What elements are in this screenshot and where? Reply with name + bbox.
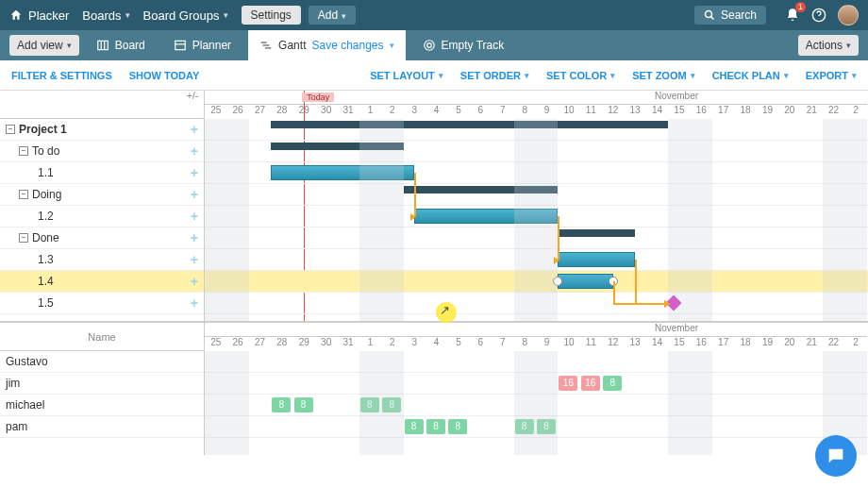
set-color-button[interactable]: SET COLOR ▾ — [546, 70, 615, 81]
collapse-toggle[interactable]: − — [19, 146, 28, 156]
allocation-chip[interactable]: 8 — [426, 419, 445, 434]
summary-bar[interactable] — [558, 229, 635, 237]
allocation-chip[interactable]: 8 — [448, 419, 467, 434]
search-button[interactable]: Search — [694, 6, 766, 25]
summary-bar[interactable] — [271, 121, 668, 128]
chevron-down-icon: ▾ — [610, 71, 615, 80]
day-cell: 9 — [536, 104, 558, 119]
weekend-shade — [359, 351, 404, 455]
save-changes-link[interactable]: Save changes — [311, 39, 383, 52]
add-task-icon[interactable]: + — [191, 143, 198, 159]
task-bar[interactable] — [558, 274, 613, 289]
add-task-icon[interactable]: + — [191, 274, 198, 289]
month-label: November — [582, 323, 771, 336]
add-task-icon[interactable]: + — [191, 187, 198, 202]
help-button[interactable] — [811, 8, 826, 23]
day-cell: 11 — [580, 104, 602, 119]
day-cell: 2 — [381, 104, 403, 119]
task-bar[interactable] — [558, 252, 635, 267]
day-cell: 6 — [470, 336, 492, 351]
nav-board-groups[interactable]: Board Groups▾ — [143, 8, 228, 23]
add-task-icon[interactable]: + — [191, 122, 198, 137]
export-button[interactable]: EXPORT ▾ — [806, 70, 857, 81]
resource-name: pam — [6, 420, 198, 433]
chevron-down-icon: ▾ — [784, 71, 789, 80]
collapse-toggle[interactable]: − — [6, 125, 15, 134]
tab-empty-track[interactable]: Empty Track — [411, 30, 516, 60]
chevron-down-icon: ▾ — [224, 10, 228, 20]
task-row[interactable]: −Doing+ — [0, 184, 204, 206]
day-cell: 26 — [226, 336, 248, 351]
chevron-down-icon: ▾ — [342, 11, 346, 21]
day-cell: 6 — [470, 104, 492, 119]
day-cell: 3 — [404, 336, 426, 351]
tab-planner[interactable]: Planner — [162, 30, 242, 60]
collapse-toggle[interactable]: − — [19, 233, 28, 243]
gantt-timeline[interactable]: November 2526272829303112345678910111213… — [205, 91, 868, 321]
filter-settings-button[interactable]: FILTER & SETTINGS — [11, 70, 112, 81]
settings-button[interactable]: Settings — [242, 6, 301, 25]
planner-icon — [174, 39, 187, 52]
chevron-down-icon: ▾ — [67, 41, 72, 50]
user-avatar[interactable] — [838, 5, 859, 25]
add-task-icon[interactable]: + — [191, 230, 198, 245]
allocation-chip[interactable]: 8 — [405, 419, 424, 434]
day-cell: 12 — [602, 336, 624, 351]
day-cell: 16 — [691, 336, 712, 351]
allocation-chip[interactable]: 8 — [603, 376, 622, 391]
task-row[interactable]: −To do+ — [0, 141, 204, 162]
actions-button[interactable]: Actions ▾ — [798, 35, 859, 56]
allocation-chip[interactable]: 8 — [272, 397, 291, 412]
set-order-button[interactable]: SET ORDER ▾ — [460, 70, 529, 81]
mouse-cursor — [436, 302, 457, 323]
add-task-icon[interactable]: + — [191, 165, 198, 180]
resource-row[interactable]: jim — [0, 373, 204, 395]
tab-board[interactable]: Board — [85, 30, 157, 60]
day-cell: 25 — [205, 336, 226, 351]
task-row[interactable]: −Project 1+ — [0, 119, 204, 141]
set-zoom-button[interactable]: SET ZOOM ▾ — [632, 70, 694, 81]
day-cell: 26 — [226, 104, 248, 119]
add-task-icon[interactable]: + — [191, 209, 198, 224]
svg-point-0 — [705, 11, 711, 18]
weekend-shade — [514, 119, 559, 321]
resource-row[interactable]: michael — [0, 395, 204, 416]
chevron-down-icon: ▾ — [125, 10, 130, 20]
day-cell: 27 — [249, 336, 271, 351]
expand-collapse-icon[interactable]: +/- — [187, 91, 198, 101]
tab-gantt[interactable]: Gantt Save changes ▾ — [248, 30, 405, 60]
track-icon — [423, 39, 436, 52]
allocation-chip[interactable]: 16 — [559, 376, 577, 391]
brand-home[interactable]: Placker — [9, 8, 69, 23]
collapse-toggle[interactable]: − — [19, 190, 28, 199]
add-button[interactable]: Add ▾ — [309, 6, 356, 25]
add-task-icon[interactable]: + — [191, 295, 198, 311]
resource-row[interactable]: Gustavo — [0, 351, 204, 373]
day-cell: 22 — [823, 336, 844, 351]
add-view-button[interactable]: Add view ▾ — [9, 35, 79, 56]
task-row[interactable]: 1.3+ — [0, 249, 204, 271]
task-row[interactable]: 1.4+ — [0, 271, 204, 293]
show-today-button[interactable]: SHOW TODAY — [129, 70, 200, 81]
allocation-chip[interactable]: 8 — [294, 397, 313, 412]
task-row[interactable]: 1.2+ — [0, 206, 204, 227]
day-cell: 7 — [492, 336, 513, 351]
add-task-icon[interactable]: + — [191, 252, 198, 267]
chat-fab[interactable] — [815, 435, 857, 477]
notifications-button[interactable]: 1 — [785, 8, 800, 23]
task-row[interactable]: −Done+ — [0, 227, 204, 249]
check-plan-button[interactable]: CHECK PLAN ▾ — [712, 70, 789, 81]
allocation-chip[interactable]: 16 — [581, 376, 600, 391]
day-cell: 5 — [447, 104, 469, 119]
resource-timeline[interactable]: November 2526272829303112345678910111213… — [205, 323, 868, 455]
task-row[interactable]: 1.5+ — [0, 293, 204, 314]
task-label: Doing — [32, 188, 198, 201]
set-layout-button[interactable]: SET LAYOUT ▾ — [370, 70, 443, 81]
resource-row[interactable]: pam — [0, 416, 204, 438]
task-row[interactable]: 1.1+ — [0, 162, 204, 184]
nav-boards[interactable]: Boards▾ — [82, 8, 129, 23]
day-cell: 21 — [801, 104, 823, 119]
board-icon — [96, 39, 109, 52]
day-cell: 20 — [778, 104, 800, 119]
task-label: Done — [32, 231, 198, 244]
